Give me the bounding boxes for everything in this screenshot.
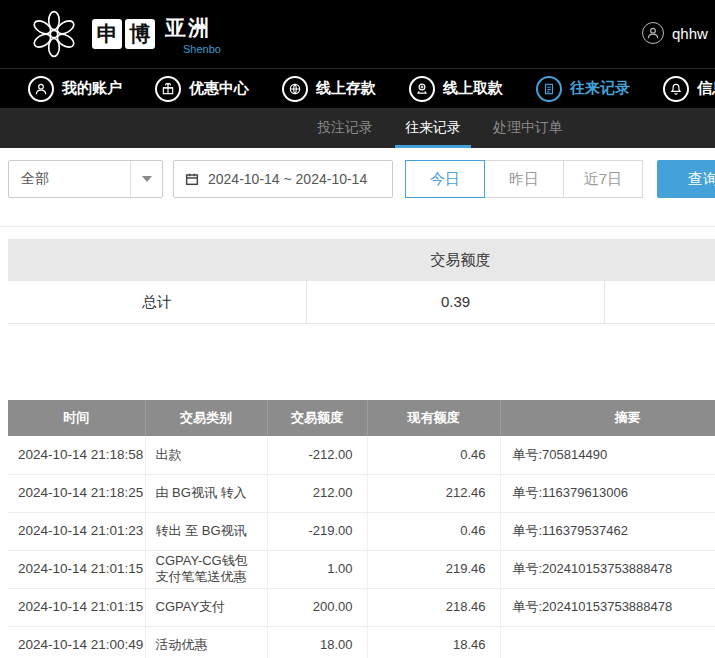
page: 申 博 亚洲 Shenbo qhhw 我的账户 xyxy=(0,0,715,658)
nav-item-message-center[interactable]: 信息中心 xyxy=(663,76,715,102)
cell-summary xyxy=(500,626,715,658)
summary-total-label: 总计 xyxy=(8,281,307,323)
table-header-row: 时间 交易类别 交易额度 现有额度 摘要 xyxy=(8,400,715,436)
chevron-down-icon xyxy=(130,161,162,197)
nav-item-promotions[interactable]: 优惠中心 xyxy=(155,76,249,102)
last-7-days-button[interactable]: 近7日 xyxy=(563,160,643,198)
cell-summary: 单号:202410153753888478 xyxy=(500,550,715,588)
cell-balance: 0.46 xyxy=(367,512,500,550)
nav-item-transaction-records[interactable]: 往来记录 xyxy=(536,76,630,102)
record-tabs: 投注记录 往来记录 处理中订单 xyxy=(0,108,715,148)
cell-time: 2024-10-14 21:01:15 xyxy=(8,550,145,588)
cell-summary: 单号:202410153753888478 xyxy=(500,588,715,626)
user-avatar-icon xyxy=(642,22,664,44)
cell-amount: 1.00 xyxy=(267,550,367,588)
table-row: 2024-10-14 21:18:58 出款 -212.00 0.46 单号:7… xyxy=(8,436,715,474)
yesterday-button[interactable]: 昨日 xyxy=(484,160,564,198)
brand-region: 亚洲 xyxy=(165,14,211,42)
cell-time: 2024-10-14 21:01:23 xyxy=(8,512,145,550)
username: qhhw xyxy=(672,25,708,42)
withdraw-icon xyxy=(409,76,435,102)
nav-label: 往来记录 xyxy=(570,79,630,98)
calendar-icon xyxy=(184,171,200,187)
today-button[interactable]: 今日 xyxy=(405,160,485,198)
nav-item-online-withdrawal[interactable]: 线上取款 xyxy=(409,76,503,102)
cell-type: 由 BG视讯 转入 xyxy=(145,474,267,512)
deposit-icon xyxy=(282,76,308,102)
cell-balance: 219.46 xyxy=(367,550,500,588)
summary-table: 交易额度 总计 0.39 xyxy=(8,239,715,324)
cell-balance: 212.46 xyxy=(367,474,500,512)
cell-type: CGPAY-CG钱包支付笔笔送优惠 xyxy=(145,550,267,588)
summary-empty-cell xyxy=(605,281,715,323)
cell-time: 2024-10-14 21:18:58 xyxy=(8,436,145,474)
cell-time: 2024-10-14 21:01:15 xyxy=(8,588,145,626)
account-menu[interactable]: qhhw xyxy=(642,22,708,44)
cell-amount: 212.00 xyxy=(267,474,367,512)
type-select[interactable]: 全部 xyxy=(8,160,163,198)
brand-char-2: 博 xyxy=(125,19,155,49)
brand-logo[interactable]: 申 博 亚洲 Shenbo xyxy=(28,8,221,60)
nav-item-my-account[interactable]: 我的账户 xyxy=(28,76,122,102)
tab-processing-orders[interactable]: 处理中订单 xyxy=(483,108,573,148)
cell-balance: 18.46 xyxy=(367,626,500,658)
tab-transaction-records[interactable]: 往来记录 xyxy=(395,108,471,148)
cell-amount: 200.00 xyxy=(267,588,367,626)
cell-balance: 218.46 xyxy=(367,588,500,626)
table-row: 2024-10-14 21:00:49 活动优惠 18.00 18.46 xyxy=(8,626,715,658)
tab-betting-records[interactable]: 投注记录 xyxy=(307,108,383,148)
column-header-type: 交易类别 xyxy=(145,400,267,436)
transactions-table: 时间 交易类别 交易额度 现有额度 摘要 2024-10-14 21:18:58… xyxy=(8,400,715,658)
brand-subtitle: Shenbo xyxy=(183,43,221,55)
cell-type: 出款 xyxy=(145,436,267,474)
cell-amount: -219.00 xyxy=(267,512,367,550)
summary-total-row: 总计 0.39 xyxy=(8,281,715,324)
filter-toolbar: 全部 2024-10-14 ~ 2024-10-14 今日 昨日 近7日 查询 xyxy=(8,160,715,198)
date-range-input[interactable]: 2024-10-14 ~ 2024-10-14 xyxy=(173,160,393,198)
search-button[interactable]: 查询 xyxy=(657,160,715,198)
nav-label: 优惠中心 xyxy=(189,79,249,98)
nav-item-online-deposit[interactable]: 线上存款 xyxy=(282,76,376,102)
nav-label: 线上取款 xyxy=(443,79,503,98)
cell-summary: 单号:116379613006 xyxy=(500,474,715,512)
nav-label: 我的账户 xyxy=(62,79,122,98)
nav-label: 信息中心 xyxy=(697,79,715,98)
bell-icon xyxy=(663,76,689,102)
summary-total-value: 0.39 xyxy=(307,281,605,323)
type-select-value: 全部 xyxy=(21,170,49,188)
flower-logo-icon xyxy=(28,8,80,60)
table-row: 2024-10-14 21:01:15 CGPAY支付 200.00 218.4… xyxy=(8,588,715,626)
cell-amount: -212.00 xyxy=(267,436,367,474)
cell-summary: 单号:705814490 xyxy=(500,436,715,474)
cell-type: 转出 至 BG视讯 xyxy=(145,512,267,550)
brand-region-block: 亚洲 Shenbo xyxy=(165,14,221,55)
cell-amount: 18.00 xyxy=(267,626,367,658)
cell-type: 活动优惠 xyxy=(145,626,267,658)
section-divider xyxy=(0,226,715,227)
user-icon xyxy=(28,76,54,102)
brand-char-1: 申 xyxy=(92,19,122,49)
column-header-time: 时间 xyxy=(8,400,145,436)
brand-name-boxes: 申 博 xyxy=(92,19,158,49)
table-row: 2024-10-14 21:18:25 由 BG视讯 转入 212.00 212… xyxy=(8,474,715,512)
gift-icon xyxy=(155,76,181,102)
cell-summary: 单号:116379537462 xyxy=(500,512,715,550)
table-row: 2024-10-14 21:01:15 CGPAY-CG钱包支付笔笔送优惠 1.… xyxy=(8,550,715,588)
summary-header: 交易额度 xyxy=(8,239,715,281)
records-icon xyxy=(536,76,562,102)
column-header-summary: 摘要 xyxy=(500,400,715,436)
cell-time: 2024-10-14 21:00:49 xyxy=(8,626,145,658)
column-header-balance: 现有额度 xyxy=(367,400,500,436)
main-navigation: 我的账户 优惠中心 线上存款 线上取款 xyxy=(0,68,715,108)
date-range-value: 2024-10-14 ~ 2024-10-14 xyxy=(208,171,367,187)
cell-balance: 0.46 xyxy=(367,436,500,474)
cell-time: 2024-10-14 21:18:25 xyxy=(8,474,145,512)
table-row: 2024-10-14 21:01:23 转出 至 BG视讯 -219.00 0.… xyxy=(8,512,715,550)
topbar: 申 博 亚洲 Shenbo qhhw xyxy=(0,0,715,68)
nav-label: 线上存款 xyxy=(316,79,376,98)
column-header-amount: 交易额度 xyxy=(267,400,367,436)
cell-type: CGPAY支付 xyxy=(145,588,267,626)
